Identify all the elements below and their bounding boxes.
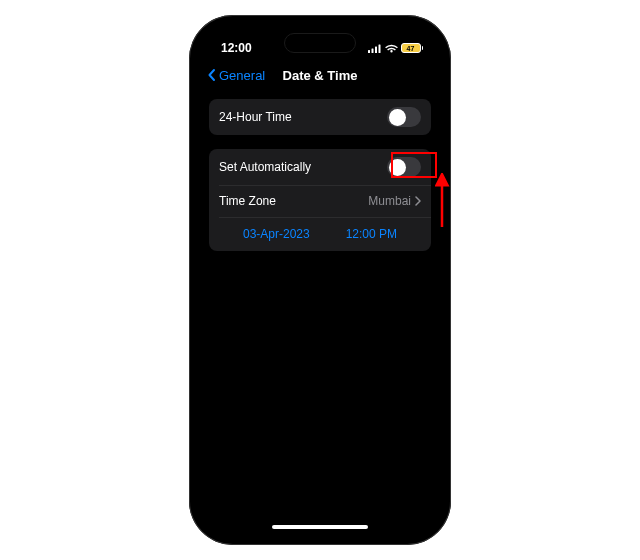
time-value[interactable]: 12:00 PM bbox=[346, 227, 397, 241]
nav-title: Date & Time bbox=[283, 68, 358, 83]
date-value[interactable]: 03-Apr-2023 bbox=[243, 227, 310, 241]
group-24hour: 24-Hour Time bbox=[209, 99, 431, 135]
wifi-icon bbox=[385, 44, 398, 53]
row-set-automatically[interactable]: Set Automatically bbox=[209, 149, 431, 185]
back-label: General bbox=[219, 68, 265, 83]
back-button[interactable]: General bbox=[207, 68, 265, 83]
svg-rect-2 bbox=[375, 46, 377, 53]
time-zone-value: Mumbai bbox=[368, 194, 411, 208]
row-date-time-picker[interactable]: 03-Apr-2023 12:00 PM bbox=[209, 217, 431, 251]
content: 24-Hour Time Set Automatically Time Zone… bbox=[199, 99, 441, 251]
home-indicator[interactable] bbox=[272, 525, 368, 529]
status-time: 12:00 bbox=[221, 41, 252, 55]
row-value-tz: Mumbai bbox=[368, 194, 421, 208]
row-label-24h: 24-Hour Time bbox=[219, 110, 292, 124]
nav-bar: General Date & Time bbox=[199, 59, 441, 93]
svg-rect-1 bbox=[371, 48, 373, 53]
chevron-left-icon bbox=[207, 68, 217, 82]
svg-rect-3 bbox=[378, 44, 380, 53]
status-right: 47 bbox=[368, 43, 424, 53]
row-24-hour-time[interactable]: 24-Hour Time bbox=[209, 99, 431, 135]
dynamic-island bbox=[284, 33, 356, 53]
screen: 12:00 47 General Date bbox=[199, 25, 441, 535]
toggle-set-automatically[interactable] bbox=[387, 157, 421, 177]
cellular-signal-icon bbox=[368, 44, 382, 53]
battery-level: 47 bbox=[401, 43, 421, 53]
row-time-zone[interactable]: Time Zone Mumbai bbox=[209, 185, 431, 217]
row-label-auto: Set Automatically bbox=[219, 160, 311, 174]
battery-icon: 47 bbox=[401, 43, 424, 53]
svg-rect-0 bbox=[368, 50, 370, 53]
toggle-24-hour[interactable] bbox=[387, 107, 421, 127]
chevron-right-icon bbox=[415, 196, 421, 206]
row-label-tz: Time Zone bbox=[219, 194, 276, 208]
group-auto-tz: Set Automatically Time Zone Mumbai 03-Ap… bbox=[209, 149, 431, 251]
phone-frame: 12:00 47 General Date bbox=[189, 15, 451, 545]
